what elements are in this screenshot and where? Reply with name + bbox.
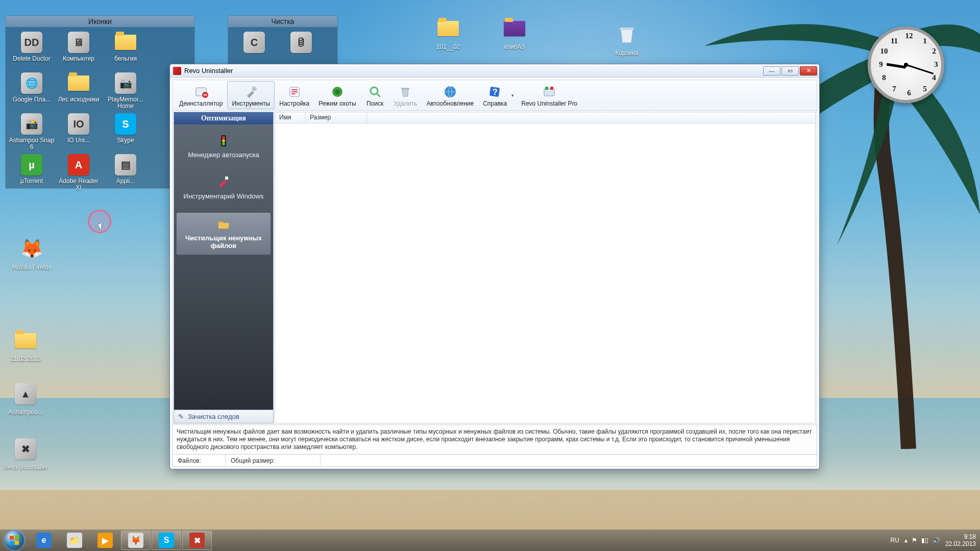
taskbar-pin-wmp[interactable]: ▶ [90, 531, 120, 550]
desktop-icon[interactable]: ✖Revo Uninstaller [0, 435, 51, 478]
desktop-icon-label: 101__02 [436, 44, 460, 57]
toolbar-uninstall-button[interactable]: Деинсталлятор [175, 81, 227, 109]
svg-rect-8 [401, 88, 409, 89]
flag-icon[interactable]: ⚑ [912, 537, 917, 544]
app-icon: 📸 [19, 112, 44, 136]
desktop-icon[interactable]: бельгия [103, 30, 149, 69]
desktop-icon[interactable]: Лес исходники [56, 71, 102, 110]
ie-icon: e [36, 533, 52, 548]
app-icon: ▤ [113, 153, 138, 177]
app-icon: 🦊 [17, 235, 46, 263]
desktop-icon-label: Лес исходники [58, 96, 99, 110]
system-tray[interactable]: RU ▴ ⚑ ▮▯ 🔊 9:18 22.02.2013 [891, 533, 976, 547]
toolbar-search-button[interactable]: Поиск [361, 81, 389, 109]
desktop-icon[interactable]: Корзина [601, 20, 652, 63]
svg-point-16 [222, 136, 225, 139]
battery-icon[interactable]: ▮▯ [921, 537, 928, 544]
desktop-icon[interactable]: клипА3 [489, 14, 540, 57]
wintools-icon [216, 175, 231, 189]
desktop-icon[interactable]: 🦊Mozilla Firefox [6, 235, 57, 278]
taskbar-pin-skype[interactable]: S [152, 531, 181, 550]
recycle-bin-icon [612, 20, 641, 49]
desktop-icon[interactable]: DDDelete Doctor [9, 30, 55, 69]
sidebar: Оптимизация Менеджер автозапускаИнструме… [174, 112, 274, 423]
desktop-icon[interactable]: 📷PlayMemor... Home [103, 71, 149, 110]
app-icon: C [242, 30, 266, 55]
desktop-icon[interactable]: C [231, 30, 277, 69]
sidebar-item[interactable]: Менеджер автозапуска [176, 130, 271, 164]
app-icon: µ [19, 153, 44, 177]
toolbar-tools-button[interactable]: Инструменты [227, 81, 275, 109]
app-icon: IO [66, 112, 91, 136]
fence-cleaning[interactable]: Чистка C🛢 [228, 15, 338, 68]
svg-rect-20 [10, 536, 14, 540]
minimize-button[interactable]: ― [763, 66, 780, 76]
toolbar-pro-button[interactable]: Revo Uninstaller Pro [517, 81, 582, 109]
firefox-icon: 🦊 [128, 533, 143, 548]
app-icon: 📷 [113, 71, 138, 95]
hour-hand [887, 63, 906, 69]
folder-icon [66, 71, 91, 95]
desktop-icon[interactable]: ▤Appli... [103, 153, 149, 191]
desktop-icon[interactable]: ▲Ashampoo... [0, 380, 51, 422]
description-text: Чистильщик ненужных файлов дает вам возм… [173, 424, 817, 454]
desktop-icon[interactable]: 21.02.2013 [0, 327, 51, 369]
close-button[interactable]: ✕ [800, 66, 817, 76]
start-button[interactable] [0, 530, 29, 551]
fence-icons[interactable]: Иконки DDDelete Doctor🖥Компьютербельгия🌐… [5, 15, 195, 189]
desktop-icon-label: PlayMemor... Home [103, 96, 149, 110]
desktop-icon-label: µTorrent [20, 178, 43, 191]
toolbar-label: Автообновление [426, 100, 474, 107]
desktop-icon-label: Revo Uninstaller [3, 464, 48, 478]
settings-icon [287, 85, 302, 99]
maximize-button[interactable]: ▭ [781, 66, 799, 76]
tray-lang[interactable]: RU [891, 537, 899, 544]
desktop-icon-label: клипА3 [504, 44, 525, 57]
target-icon [330, 85, 345, 99]
desktop-icon[interactable]: 🖥Компьютер [56, 30, 102, 69]
toolbar-settings-button[interactable]: Настройка [275, 81, 314, 109]
toolbar-label: Деинсталлятор [179, 100, 223, 107]
column-header[interactable]: Размер [306, 112, 367, 123]
desktop-icon[interactable]: SSkype [103, 112, 149, 151]
taskbar-pin-firefox[interactable]: 🦊 [121, 531, 151, 550]
sidebar-item[interactable]: Чистильщик ненужных файлов [176, 212, 271, 255]
toolbar-globe-button[interactable]: Автообновление [422, 81, 478, 109]
toolbar-label: Режим охоты [318, 100, 356, 107]
tray-arrow-icon[interactable]: ▴ [904, 537, 908, 544]
taskbar[interactable]: e📁▶🦊S✖ RU ▴ ⚑ ▮▯ 🔊 9:18 22.02.2013 [0, 530, 980, 551]
speaker-icon[interactable]: 🔊 [933, 537, 940, 544]
folder-icon [113, 30, 138, 55]
sidebar-item[interactable]: Инструментарий Windows [176, 171, 271, 205]
status-files: Файлов: [173, 455, 226, 466]
sidebar-footer[interactable]: ✎ Зачистка следов [174, 410, 273, 423]
tray-clock[interactable]: 9:18 22.02.2013 [945, 533, 976, 547]
taskbar-pin-revo[interactable]: ✖ [182, 531, 212, 550]
toolbar-target-button[interactable]: Режим охоты [314, 81, 360, 109]
desktop-icon[interactable]: µµTorrent [9, 153, 55, 191]
desktop-icon[interactable]: 🌐Google Пла... [9, 71, 55, 110]
desktop-icon[interactable]: 🛢 [278, 30, 324, 69]
sidebar-item-label: Менеджер автозапуска [178, 151, 269, 159]
toolbar-help-button[interactable]: ?Справка [478, 81, 517, 109]
svg-text:?: ? [493, 88, 498, 96]
list-body[interactable] [275, 123, 815, 423]
folder-icon [216, 217, 231, 231]
column-header[interactable]: Имя [275, 112, 306, 123]
list-header: ИмяРазмер [275, 112, 815, 123]
desktop-icon[interactable]: AAdobe Reader XI [56, 153, 102, 191]
desktop-icon[interactable]: IOIO Uni... [56, 112, 102, 151]
fence-header[interactable]: Иконки [6, 16, 194, 27]
fence-header[interactable]: Чистка [228, 16, 337, 27]
skype-icon: S [159, 533, 174, 548]
desktop-icon[interactable]: 📸Ashampoo Snap 6 [9, 112, 55, 151]
click-ripple [88, 210, 111, 233]
taskbar-pin-ie[interactable]: e [29, 531, 59, 550]
titlebar[interactable]: Revo Uninstaller ― ▭ ✕ [170, 64, 819, 78]
desktop-icon-label: Ashampoo Snap 6 [9, 137, 55, 151]
revo-icon: ✖ [189, 533, 205, 548]
taskbar-pin-explorer[interactable]: 📁 [60, 531, 89, 550]
desktop-icon[interactable]: 101__02 [423, 14, 474, 57]
desktop-icon-label: IO Uni... [67, 137, 90, 151]
clock-gadget[interactable]: 12 3 6 9 1 2 4 5 7 8 10 11 [868, 27, 944, 103]
